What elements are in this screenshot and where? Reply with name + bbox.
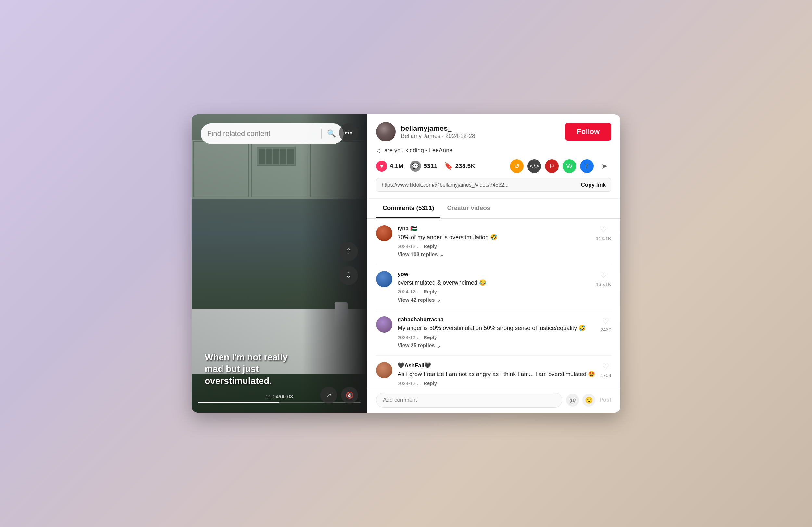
comment-meta-3: 2024-12... Reply xyxy=(397,334,611,340)
search-placeholder: Find related content xyxy=(207,130,317,138)
comment-body-4: 🖤AshFall🖤 As I grow I realize I am not a… xyxy=(397,362,611,386)
comment-like-3: ♡ 2430 xyxy=(600,316,611,332)
comment-username-4: 🖤AshFall🖤 xyxy=(397,362,611,369)
video-panel: Find related content 🔍 ••• ⇧ ⇩ When I'm … xyxy=(192,114,367,413)
next-video-button[interactable]: ⇩ xyxy=(339,266,358,285)
share-whatsapp-icon[interactable]: W xyxy=(563,159,576,173)
tabs: Comments (5311) Creator videos xyxy=(367,199,620,219)
copy-link-button[interactable]: Copy link xyxy=(581,182,606,188)
search-bar[interactable]: Find related content 🔍 xyxy=(201,123,344,144)
post-button[interactable]: Post xyxy=(599,397,611,403)
tab-creator-videos[interactable]: Creator videos xyxy=(440,199,497,219)
comment-meta-2: 2024-12... Reply xyxy=(397,289,611,294)
emoji-icon[interactable]: 🙂 xyxy=(582,394,595,407)
comment-date-3: 2024-12... xyxy=(397,334,420,340)
comment-heart-icon-4[interactable]: ♡ xyxy=(602,362,609,371)
comment-icon[interactable]: 💬 xyxy=(410,161,421,172)
more-options-button[interactable]: ••• xyxy=(339,123,358,142)
comment-text-1: 70% of my anger is overstimulation 🤣 xyxy=(397,233,611,241)
comment-date-4: 2024-12... xyxy=(397,380,420,386)
comment-item: 🖤AshFall🖤 As I grow I realize I am not a… xyxy=(376,356,611,387)
view-replies-2[interactable]: View 42 replies ⌄ xyxy=(397,297,611,303)
comment-body-1: iyna 🇵🇸 70% of my anger is overstimulati… xyxy=(397,225,611,258)
comment-text-4: As I grow I realize I am not as angry as… xyxy=(397,370,611,378)
share-embed-icon[interactable]: </> xyxy=(527,159,541,173)
comment-like-4: ♡ 1754 xyxy=(600,362,611,378)
mute-button[interactable]: 🔇 xyxy=(341,387,358,404)
fullscreen-button[interactable]: ⤢ xyxy=(320,387,337,404)
comment-like-2: ♡ 135.1K xyxy=(596,271,611,287)
music-name: are you kidding - LeeAnne xyxy=(384,147,452,154)
comment-avatar-1 xyxy=(376,225,392,241)
link-row: https://www.tiktok.com/@bellamyjames_/vi… xyxy=(376,178,611,192)
comment-likes-count-3: 2430 xyxy=(600,327,611,332)
follow-button[interactable]: Follow xyxy=(565,123,611,140)
share-icons: ↺ </> ⚐ W f ➤ xyxy=(510,159,611,173)
music-note-icon: ♫ xyxy=(376,147,381,154)
likes-stat: ♥ 4.1M xyxy=(376,161,403,172)
view-replies-1[interactable]: View 103 replies ⌄ xyxy=(397,252,611,258)
share-report-icon[interactable]: ⚐ xyxy=(545,159,559,173)
comment-meta-1: 2024-12... Reply xyxy=(397,243,611,249)
comment-avatar-3 xyxy=(376,316,392,333)
comment-likes-count-1: 113.1K xyxy=(596,236,611,241)
comment-body-2: yow overstimulated & overwhelmed 😂 2024-… xyxy=(397,271,611,303)
comment-item: gabachaborracha My anger is 50% overstim… xyxy=(376,310,611,355)
comment-username-2: yow xyxy=(397,271,611,277)
avatar-image xyxy=(376,122,396,141)
nav-arrows: ⇧ ⇩ xyxy=(339,242,358,285)
search-icon[interactable]: 🔍 xyxy=(325,128,337,139)
reply-link-1[interactable]: Reply xyxy=(423,243,437,249)
likes-count: 4.1M xyxy=(390,163,403,170)
prev-video-button[interactable]: ⇧ xyxy=(339,242,358,261)
comment-item: yow overstimulated & overwhelmed 😂 2024-… xyxy=(376,265,611,310)
share-repost-icon[interactable]: ↺ xyxy=(510,159,524,173)
comment-likes-count-4: 1754 xyxy=(600,373,611,378)
add-comment-input[interactable] xyxy=(376,393,562,408)
comment-like-1: ♡ 113.1K xyxy=(596,225,611,241)
add-comment-bar: @ 🙂 Post xyxy=(367,387,620,413)
share-forward-icon[interactable]: ➤ xyxy=(598,159,611,173)
reply-link-3[interactable]: Reply xyxy=(423,334,437,340)
bookmark-icon[interactable]: 🔖 xyxy=(444,162,453,170)
video-header: bellamyjames_ Bellamy James · 2024-12-28… xyxy=(367,114,620,199)
user-info: bellamyjames_ Bellamy James · 2024-12-28 xyxy=(401,124,560,139)
reply-link-4[interactable]: Reply xyxy=(423,380,437,386)
comments-stat: 💬 5311 xyxy=(410,161,437,172)
tab-comments[interactable]: Comments (5311) xyxy=(376,199,440,219)
comment-likes-count-2: 135.1K xyxy=(596,281,611,287)
heart-icon[interactable]: ♥ xyxy=(376,161,387,172)
comment-username-3: gabachaborracha xyxy=(397,316,611,323)
music-row: ♫ are you kidding - LeeAnne xyxy=(376,147,611,154)
comment-date-1: 2024-12... xyxy=(397,243,420,249)
avatar xyxy=(376,122,396,141)
comment-date-2: 2024-12... xyxy=(397,289,420,294)
reply-link-2[interactable]: Reply xyxy=(423,289,437,294)
mention-icon[interactable]: @ xyxy=(566,394,579,407)
comment-heart-icon-1[interactable]: ♡ xyxy=(600,225,607,234)
comment-text-2: overstimulated & overwhelmed 😂 xyxy=(397,279,611,287)
link-text: https://www.tiktok.com/@bellamyjames_/vi… xyxy=(382,182,577,188)
username: bellamyjames_ xyxy=(401,124,560,133)
bookmarks-stat: 🔖 238.5K xyxy=(444,162,475,170)
user-subinfo: Bellamy James · 2024-12-28 xyxy=(401,133,560,139)
comment-meta-4: 2024-12... Reply xyxy=(397,380,611,386)
comment-body-3: gabachaborracha My anger is 50% overstim… xyxy=(397,316,611,348)
comments-section: iyna 🇵🇸 70% of my anger is overstimulati… xyxy=(367,219,620,387)
user-row: bellamyjames_ Bellamy James · 2024-12-28… xyxy=(376,122,611,141)
view-replies-3[interactable]: View 25 replies ⌄ xyxy=(397,343,611,349)
comment-avatar-4 xyxy=(376,362,392,378)
stats-row: ♥ 4.1M 💬 5311 🔖 238.5K ↺ </> ⚐ W f xyxy=(376,159,611,173)
comment-item: iyna 🇵🇸 70% of my anger is overstimulati… xyxy=(376,219,611,265)
bookmarks-count: 238.5K xyxy=(455,163,475,170)
caption-text: When I'm not really mad but just oversti… xyxy=(205,351,295,387)
comment-text-3: My anger is 50% overstimulation 50% stro… xyxy=(397,324,611,332)
progress-bar-fill xyxy=(198,402,279,403)
app-container: Find related content 🔍 ••• ⇧ ⇩ When I'm … xyxy=(192,114,620,413)
comment-heart-icon-2[interactable]: ♡ xyxy=(600,271,607,280)
comments-count: 5311 xyxy=(423,163,437,170)
share-facebook-icon[interactable]: f xyxy=(580,159,594,173)
comment-heart-icon-3[interactable]: ♡ xyxy=(602,316,609,326)
info-panel: bellamyjames_ Bellamy James · 2024-12-28… xyxy=(367,114,620,413)
video-caption: When I'm not really mad but just oversti… xyxy=(205,351,295,387)
